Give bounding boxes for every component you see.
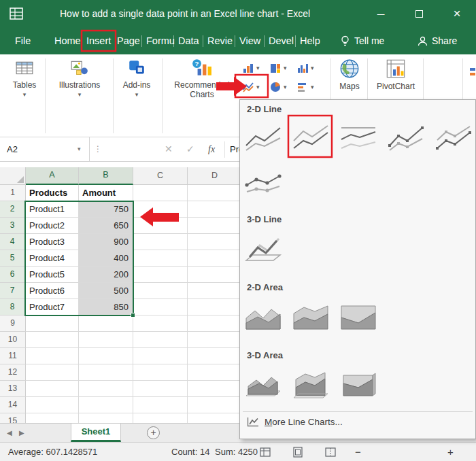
3d-line-option[interactable]: [244, 229, 282, 267]
column-header-b[interactable]: B: [79, 167, 133, 185]
row-header-15[interactable]: 15: [0, 413, 26, 423]
cancel-icon[interactable]: ✕: [165, 137, 173, 161]
line-option[interactable]: [244, 119, 282, 157]
cell-d4[interactable]: [188, 234, 242, 250]
illustrations-button[interactable]: Illustrations ▾: [48, 58, 112, 98]
close-button[interactable]: ×: [438, 0, 476, 27]
insert-statistic-chart-button[interactable]: ▾: [296, 60, 314, 76]
tab-review[interactable]: Revie: [207, 27, 233, 54]
select-all-corner[interactable]: [0, 167, 26, 185]
selection-fill-handle[interactable]: [131, 313, 135, 318]
cell-a8[interactable]: Product7: [26, 299, 79, 315]
row-header-8[interactable]: 8: [0, 299, 26, 315]
stacked-3d-area-option[interactable]: [292, 365, 330, 403]
cell-c2[interactable]: [133, 201, 188, 218]
formula-bar-splitter[interactable]: ⋮: [94, 137, 102, 161]
sheet-nav-left-icon[interactable]: ◀: [7, 424, 12, 442]
cell-b7[interactable]: 500: [79, 283, 133, 299]
row-header-3[interactable]: 3: [0, 218, 26, 234]
cell-d1[interactable]: [188, 185, 242, 201]
cell-d2[interactable]: [188, 201, 242, 218]
insert-line-chart-button[interactable]: ▾: [242, 79, 260, 95]
zoom-in-button[interactable]: +: [447, 443, 454, 461]
row-header-2[interactable]: 2: [0, 201, 26, 218]
tell-me-box[interactable]: Tell me: [340, 27, 384, 54]
cell-c8[interactable]: [133, 299, 188, 315]
row-header-14[interactable]: 14: [0, 397, 26, 413]
tab-formulas[interactable]: Formu: [146, 27, 175, 54]
insert-pie-chart-button[interactable]: ▾: [269, 79, 287, 95]
line-with-markers-option[interactable]: [387, 119, 425, 157]
cell-b6[interactable]: 200: [79, 267, 133, 283]
tab-page-layout[interactable]: Page: [117, 27, 140, 54]
row-header-5[interactable]: 5: [0, 250, 26, 267]
row-header-4[interactable]: 4: [0, 234, 26, 250]
3d-area-option[interactable]: [244, 365, 282, 403]
cell-c6[interactable]: [133, 267, 188, 283]
100-stacked-3d-area-option[interactable]: [339, 365, 377, 403]
name-box-caret-icon[interactable]: ▾: [78, 137, 81, 161]
page-layout-view-icon[interactable]: [292, 447, 303, 458]
add-ins-button[interactable]: Add-ins ▾: [117, 58, 156, 98]
insert-bar-chart-button[interactable]: ▾: [296, 79, 314, 95]
column-header-d[interactable]: D: [188, 167, 242, 185]
cell-b3[interactable]: 650: [79, 218, 133, 234]
cell-c5[interactable]: [133, 250, 188, 267]
row-header-12[interactable]: 12: [0, 364, 26, 381]
stacked-line-option[interactable]: [292, 119, 330, 157]
tab-data[interactable]: Data: [178, 27, 199, 54]
cell-b5[interactable]: 400: [79, 250, 133, 267]
row-header-1[interactable]: 1: [0, 185, 26, 201]
minimize-button[interactable]: ─: [362, 0, 400, 27]
sheet-nav-right-icon[interactable]: ▶: [19, 424, 24, 442]
insert-column-chart-button[interactable]: ▾: [242, 60, 260, 76]
100-stacked-line-option[interactable]: [339, 119, 377, 157]
column-header-a[interactable]: A: [26, 167, 79, 185]
cell-b4[interactable]: 900: [79, 234, 133, 250]
cell-c7[interactable]: [133, 283, 188, 299]
stacked-line-with-markers-option[interactable]: [435, 119, 473, 157]
cell-c4[interactable]: [133, 234, 188, 250]
cell-d7[interactable]: [188, 283, 242, 299]
page-break-view-icon[interactable]: [325, 447, 336, 458]
cell-d8[interactable]: [188, 299, 242, 315]
cell-a3[interactable]: Product2: [26, 218, 79, 234]
cell-b8[interactable]: 850: [79, 299, 133, 315]
pivotchart-button[interactable]: PivotChart: [371, 58, 420, 91]
normal-view-icon[interactable]: [260, 447, 271, 458]
insert-hierarchy-chart-button[interactable]: ▾: [269, 60, 287, 76]
zoom-out-button[interactable]: −: [355, 443, 361, 461]
cell-a6[interactable]: Product5: [26, 267, 79, 283]
cell-b1[interactable]: Amount: [79, 185, 133, 201]
100-stacked-area-option[interactable]: [339, 297, 377, 335]
row-header-7[interactable]: 7: [0, 283, 26, 299]
stacked-area-option[interactable]: [292, 297, 330, 335]
cell-a2[interactable]: Product1: [26, 201, 79, 218]
row-header-11[interactable]: 11: [0, 348, 26, 364]
new-sheet-button[interactable]: +: [147, 426, 160, 439]
tab-home[interactable]: Home: [54, 27, 81, 54]
cell-c3[interactable]: [133, 218, 188, 234]
cell-d5[interactable]: [188, 250, 242, 267]
tab-view[interactable]: View: [239, 27, 260, 54]
cell-d3[interactable]: [188, 218, 242, 234]
column-header-c[interactable]: C: [133, 167, 188, 185]
cell-c1[interactable]: [133, 185, 188, 201]
row-header-6[interactable]: 6: [0, 267, 26, 283]
maps-button[interactable]: Maps: [333, 58, 366, 91]
tables-button[interactable]: Tables ▾: [5, 58, 44, 98]
maximize-button[interactable]: [400, 0, 438, 27]
insert-function-icon[interactable]: fx: [208, 137, 215, 161]
cell-b2[interactable]: 750: [79, 201, 133, 218]
tab-help[interactable]: Help: [300, 27, 320, 54]
tab-file[interactable]: File: [15, 27, 31, 54]
tab-insert[interactable]: Insert: [86, 27, 111, 54]
cell-a5[interactable]: Product4: [26, 250, 79, 267]
cell-a1[interactable]: Products: [26, 185, 79, 201]
cell-d6[interactable]: [188, 267, 242, 283]
more-line-charts-item[interactable]: More Line Charts...: [247, 417, 343, 427]
100-stacked-line-with-markers-option[interactable]: [244, 161, 282, 199]
enter-check-icon[interactable]: ✓: [186, 137, 194, 161]
row-header-10[interactable]: 10: [0, 332, 26, 348]
name-box[interactable]: A2: [0, 137, 90, 161]
